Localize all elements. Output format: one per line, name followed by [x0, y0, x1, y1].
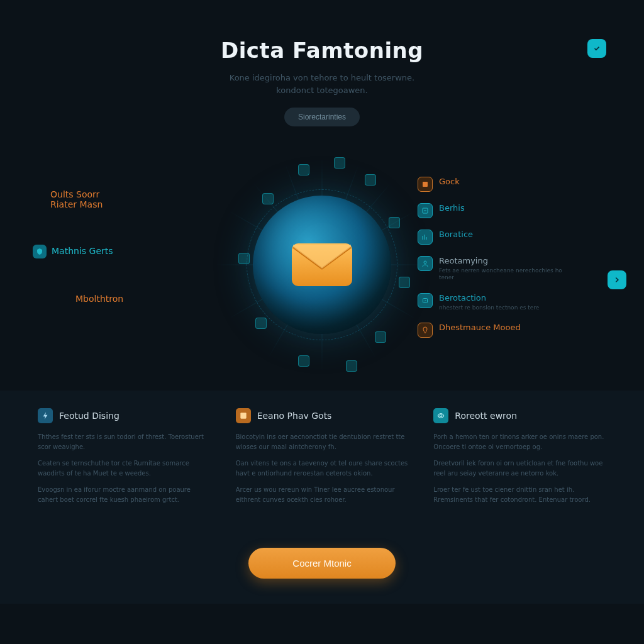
right-item-5[interactable]: Berotactionnhestert re bonslon tectnon e…	[418, 293, 562, 311]
svg-point-6	[440, 414, 443, 417]
right-item-3[interactable]: Boratice	[418, 230, 562, 245]
cta-section: Cocrer Mtonic	[0, 529, 644, 604]
features-section: Feotud Dising Ththes fest ter sts is sun…	[0, 391, 644, 529]
item-icon	[418, 256, 433, 271]
visualization: Oults Soorr Riater Masn Mathnis Gerts Mb…	[0, 139, 644, 391]
item-icon	[418, 323, 433, 338]
right-item-4[interactable]: ReotamyingFets ae nerren woncheane nerec…	[418, 256, 562, 282]
feature-2: Eeano Phav Gots Biocotyin ins oer aecnon…	[236, 408, 409, 511]
svg-rect-1	[423, 182, 428, 187]
right-item-2[interactable]: Berhis	[418, 203, 562, 218]
header-badge-icon[interactable]	[587, 39, 606, 58]
primary-cta-button[interactable]: Cocrer Mtonic	[248, 548, 395, 579]
shield-icon	[33, 245, 47, 258]
page-title: Dicta Famtoning	[25, 38, 619, 63]
item-icon	[418, 230, 433, 245]
right-item-1[interactable]: Gock	[418, 177, 562, 192]
svg-rect-5	[240, 413, 246, 418]
feature-3: Roreott ewron Porh a hemon ten or tinons…	[433, 408, 606, 511]
right-feature-list: Gock Berhis Boratice ReotamyingFets ae n…	[418, 177, 562, 338]
item-icon	[418, 177, 433, 192]
secondary-button[interactable]: Siorectarinties	[284, 108, 360, 126]
hero-section: Dicta Famtoning Kone idegiroha von tehor…	[0, 0, 644, 133]
item-icon	[418, 293, 433, 308]
left-label-3: Mbolthtron	[75, 294, 123, 304]
left-label-2[interactable]: Mathnis Gerts	[33, 245, 123, 258]
right-item-6[interactable]: Dhestmauce Mooed	[418, 323, 562, 338]
feature-icon	[236, 408, 251, 423]
feature-icon	[433, 408, 448, 423]
envelope-icon	[291, 242, 353, 287]
feature-icon	[38, 408, 53, 423]
left-labels: Oults Soorr Riater Masn Mathnis Gerts Mb…	[50, 189, 123, 304]
subtitle: Kone idegiroha von tehore to heult toser…	[196, 72, 448, 96]
feature-1: Feotud Dising Ththes fest ter sts is sun…	[38, 408, 211, 511]
item-icon	[418, 203, 433, 218]
left-label-1: Oults Soorr Riater Masn	[50, 189, 123, 209]
svg-point-3	[424, 261, 426, 264]
